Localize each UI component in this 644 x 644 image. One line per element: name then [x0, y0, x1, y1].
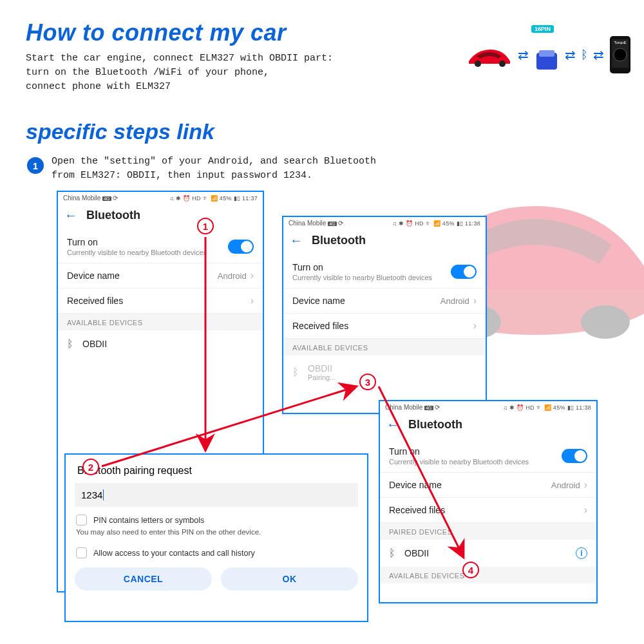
swap-arrows-icon: ⇄ — [518, 50, 529, 59]
svg-point-9 — [614, 48, 627, 61]
checkbox-label: Allow access to your contacts and call h… — [93, 549, 255, 558]
svg-text:TorquE: TorquE — [614, 41, 626, 44]
back-icon[interactable]: ← — [64, 208, 77, 223]
pin-input[interactable]: 1234 — [75, 483, 358, 507]
paired-devices-label: PAIRED DEVICES — [380, 523, 596, 540]
ok-button[interactable]: OK — [221, 567, 358, 591]
bluetooth-icon: ᛒ — [581, 48, 588, 62]
svg-point-4 — [499, 61, 506, 67]
screen-title: Bluetooth — [312, 234, 366, 247]
checkbox-allow-contacts[interactable] — [76, 547, 87, 558]
back-icon[interactable]: ← — [290, 233, 303, 248]
bluetooth-icon: ᛒ — [67, 338, 73, 350]
step-badge: 1 — [27, 157, 44, 174]
device-name-row[interactable]: Device name Android› — [380, 473, 596, 498]
pin-hint: You may also need to enter this PIN on t… — [66, 527, 367, 540]
swap-arrows-icon: ⇄ — [565, 50, 576, 59]
status-bar: China Mobile 4G ⟳ ♫ ✱ ⏰ HD ᯤ 📶 45% ▮▯ 11… — [283, 217, 486, 228]
checkbox-pin-letters[interactable] — [76, 515, 87, 526]
device-row-obdii[interactable]: ᛒ OBDII — [58, 330, 263, 357]
cancel-button[interactable]: CANCEL — [75, 567, 212, 591]
marker-4: 4 — [462, 562, 479, 578]
bluetooth-toggle[interactable] — [451, 265, 477, 279]
turn-on-label: Turn on — [67, 237, 207, 247]
received-files-row[interactable]: Received files › — [380, 498, 596, 523]
obd-adapter-icon — [534, 48, 560, 73]
page-title: How to connect my car — [26, 19, 287, 46]
screenshot-bluetooth-pairing: China Mobile 4G ⟳ ♫ ✱ ⏰ HD ᯤ 📶 45% ▮▯ 11… — [282, 216, 487, 414]
marker-3: 3 — [359, 374, 376, 390]
received-files-row[interactable]: Received files › — [58, 289, 263, 314]
available-devices-label: AVAILABLE DEVICES — [380, 567, 596, 583]
intro-text: Start the car engine, connect ELM327 wit… — [26, 52, 333, 93]
pin-label: 16PIN — [531, 25, 554, 33]
svg-rect-6 — [539, 50, 554, 57]
available-devices-label: AVAILABLE DEVICES — [58, 314, 263, 330]
status-bar: China Mobile 4G ⟳ ♫ ✱ ⏰ HD ᯤ 📶 45% ▮▯ 11… — [58, 192, 263, 203]
device-name-row[interactable]: Device name Android› — [58, 263, 263, 289]
step-text: Open the "setting" of your Android, and … — [52, 155, 376, 183]
device-name-row[interactable]: Device name Android› — [283, 289, 486, 314]
screen-title: Bluetooth — [408, 418, 462, 431]
svg-point-2 — [581, 305, 630, 339]
turn-on-sub: Currently visible to nearby Bluetooth de… — [67, 249, 207, 256]
bluetooth-icon: ᛒ — [389, 547, 395, 559]
received-files-row[interactable]: Received files › — [283, 314, 486, 339]
connection-chain: ⇄ 16PIN ⇄ ᛒ ⇄ TorquE — [465, 35, 631, 74]
status-bar: China Mobile 4G ⟳ ♫ ✱ ⏰ HD ᯤ 📶 45% ▮▯ 11… — [380, 401, 596, 412]
marker-2: 2 — [82, 459, 99, 475]
bluetooth-toggle[interactable] — [228, 240, 254, 254]
bluetooth-icon: ᛒ — [292, 366, 299, 378]
swap-arrows-icon: ⇄ — [593, 50, 604, 59]
dialog-title: Bluetooth pairing request — [66, 455, 367, 483]
pairing-dialog: Bluetooth pairing request 1234 PIN conta… — [64, 453, 368, 622]
marker-1: 1 — [197, 218, 214, 234]
device-row-obdii-pairing[interactable]: ᛒ OBDII Pairing... — [283, 355, 486, 389]
available-devices-label: AVAILABLE DEVICES — [283, 339, 486, 355]
checkbox-label: PIN contains letters or symbols — [93, 516, 204, 525]
screen-title: Bluetooth — [86, 209, 140, 222]
chevron-right-icon: › — [251, 295, 254, 307]
screenshot-bluetooth-paired: China Mobile 4G ⟳ ♫ ✱ ⏰ HD ᯤ 📶 45% ▮▯ 11… — [379, 400, 598, 603]
car-icon — [465, 42, 513, 68]
section-title: specific steps link — [26, 119, 214, 144]
phone-icon: TorquE — [609, 35, 631, 74]
chevron-right-icon: › — [251, 270, 254, 281]
back-icon[interactable]: ← — [386, 417, 399, 432]
bluetooth-toggle[interactable] — [562, 449, 587, 463]
svg-point-3 — [475, 61, 481, 67]
info-icon[interactable]: i — [576, 547, 587, 559]
device-row-obdii-paired[interactable]: ᛒ OBDII i — [380, 540, 596, 567]
